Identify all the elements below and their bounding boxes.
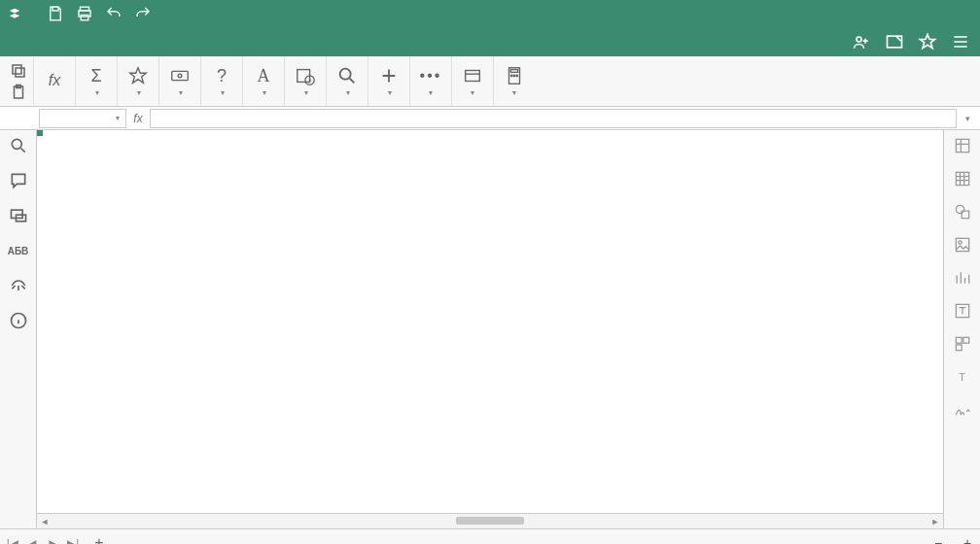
named-ranges-button[interactable]: ▾	[452, 56, 494, 106]
star-icon[interactable]	[918, 32, 937, 51]
table-settings-icon[interactable]	[953, 169, 972, 188]
next-sheet-icon[interactable]: ►	[45, 535, 60, 545]
calendar-clock-icon	[295, 65, 316, 86]
chevron-down-icon: ▾	[116, 114, 120, 122]
sigma-icon: Σ	[86, 65, 107, 86]
svg-point-11	[178, 74, 182, 78]
text-button[interactable]: A ▾	[243, 56, 285, 106]
menubar-right	[852, 27, 980, 56]
more-button[interactable]: ••• ▾	[410, 56, 452, 106]
signature-icon[interactable]	[953, 400, 972, 420]
feedback-icon[interactable]	[9, 276, 28, 295]
svg-rect-0	[52, 7, 58, 11]
about-icon[interactable]	[9, 311, 28, 330]
svg-point-27	[956, 205, 963, 213]
math-button[interactable]: ▾	[368, 56, 410, 106]
menubar	[0, 27, 980, 56]
autosum-button[interactable]: Σ ▾	[76, 56, 118, 106]
shape-settings-icon[interactable]	[953, 202, 972, 221]
datetime-button[interactable]: ▾	[285, 56, 327, 106]
fill-handle[interactable]	[37, 130, 43, 136]
save-icon[interactable]	[47, 5, 64, 22]
formula-bar: ▾ fx ▾	[0, 107, 980, 130]
svg-point-21	[12, 139, 21, 149]
right-sidebar: T	[943, 130, 980, 528]
chevron-down-icon: ▾	[137, 88, 141, 97]
last-sheet-icon[interactable]: ►|	[64, 535, 80, 545]
svg-rect-17	[510, 70, 517, 73]
image-settings-icon[interactable]	[953, 235, 972, 255]
scroll-left-icon[interactable]: ◄	[37, 514, 52, 528]
svg-rect-29	[956, 238, 968, 251]
ribbon-clipboard	[4, 58, 34, 105]
svg-point-30	[958, 241, 961, 244]
calculator-icon	[504, 65, 525, 86]
svg-point-20	[516, 75, 517, 76]
open-location-icon[interactable]	[885, 32, 904, 51]
prev-sheet-icon[interactable]: ◄	[25, 535, 41, 545]
titlebar	[0, 0, 980, 27]
name-box[interactable]: ▾	[39, 109, 126, 128]
zoom-control: − +	[931, 535, 974, 545]
paste-icon[interactable]	[10, 84, 27, 101]
fx-label-icon[interactable]: fx	[126, 112, 150, 125]
chat-icon[interactable]	[9, 206, 28, 225]
print-icon[interactable]	[76, 5, 93, 22]
scroll-right-icon[interactable]: ►	[928, 514, 943, 528]
svg-rect-26	[956, 172, 968, 185]
svg-point-4	[857, 37, 861, 42]
star-outline-icon	[127, 65, 149, 86]
formula-input[interactable]	[150, 109, 957, 128]
lookup-button[interactable]: ▾	[327, 56, 368, 106]
financial-button[interactable]: ▾	[159, 56, 201, 106]
search-icon	[336, 65, 358, 86]
svg-rect-33	[962, 337, 968, 343]
svg-rect-7	[13, 65, 21, 74]
text-a-icon: A	[253, 65, 274, 86]
insert-function-button[interactable]: fx	[34, 56, 76, 106]
chevron-down-icon: ▾	[471, 88, 474, 97]
comments-icon[interactable]	[9, 171, 28, 190]
svg-point-18	[511, 75, 512, 76]
menu-icon[interactable]	[951, 32, 970, 51]
svg-rect-6	[16, 68, 24, 77]
redo-icon[interactable]	[134, 5, 152, 22]
zoom-in-button[interactable]: +	[961, 535, 974, 545]
logical-button[interactable]: ? ▾	[201, 56, 243, 106]
chart-settings-icon[interactable]	[953, 268, 972, 288]
named-range-icon	[462, 65, 483, 86]
add-sheet-button[interactable]: +	[89, 534, 109, 545]
fx-icon: fx	[44, 70, 65, 91]
svg-point-14	[340, 69, 351, 80]
spreadsheet-grid[interactable]: ◄ ►	[37, 130, 943, 528]
chevron-down-icon: ▾	[179, 88, 183, 97]
tab-navigation: |◄ ◄ ► ►|	[6, 535, 80, 545]
cell-settings-icon[interactable]	[953, 136, 972, 155]
app-logo	[8, 7, 25, 20]
chevron-down-icon: ▾	[429, 88, 433, 97]
copy-icon[interactable]	[10, 62, 27, 80]
svg-rect-34	[956, 345, 962, 351]
plus-icon	[378, 65, 400, 86]
share-icon[interactable]	[852, 32, 871, 51]
main-area: АБВ ◄ ► T	[0, 130, 980, 528]
expand-formula-icon[interactable]: ▾	[961, 114, 980, 123]
svg-rect-32	[956, 337, 962, 343]
first-sheet-icon[interactable]: |◄	[6, 535, 21, 545]
slicer-settings-icon[interactable]: T	[953, 367, 972, 387]
search-icon[interactable]	[9, 136, 28, 155]
zoom-out-button[interactable]: −	[931, 535, 945, 545]
spellcheck-icon[interactable]: АБВ	[9, 241, 28, 260]
pivot-settings-icon[interactable]	[953, 334, 972, 354]
recently-used-button[interactable]: ▾	[118, 56, 159, 106]
svg-point-19	[513, 75, 514, 76]
chevron-down-icon: ▾	[95, 88, 99, 97]
scroll-thumb[interactable]	[456, 517, 524, 525]
chevron-down-icon: ▾	[346, 88, 350, 97]
calculation-button[interactable]: ▾	[494, 56, 535, 106]
chevron-down-icon: ▾	[221, 88, 225, 97]
undo-icon[interactable]	[105, 5, 122, 22]
horizontal-scrollbar[interactable]: ◄ ►	[37, 513, 943, 528]
chevron-down-icon: ▾	[304, 88, 308, 97]
text-settings-icon[interactable]	[953, 301, 972, 321]
